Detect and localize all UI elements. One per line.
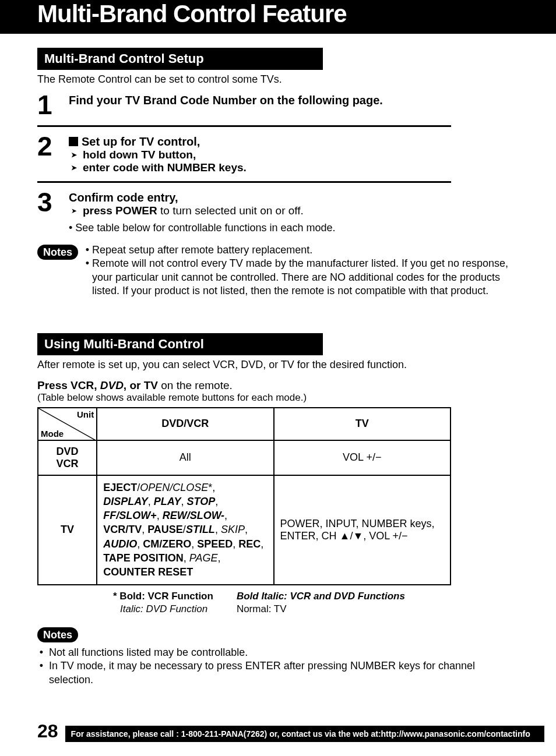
step3-line1: press POWER to turn selected unit on or … <box>83 204 519 217</box>
notes-badge: Notes <box>37 627 78 642</box>
step2-line2: enter code with NUMBER keys. <box>83 161 519 174</box>
step-1: 1 Find your TV Brand Code Number on the … <box>37 91 519 118</box>
step3-sub: press POWER to turn selected unit on or … <box>69 204 519 217</box>
step2-substeps: hold down TV button, enter code with NUM… <box>69 149 519 174</box>
legend-right: Bold Italic: VCR and DVD Functions Norma… <box>237 590 405 616</box>
square-bullet-icon <box>69 137 78 146</box>
mode-label: Mode <box>41 429 64 439</box>
page-number: 28 <box>37 720 58 742</box>
table-caption: (Table below shows available remote butt… <box>37 392 519 404</box>
step-3: 3 Confirm code entry, press POWER to tur… <box>37 189 519 234</box>
section1-header: Multi-Brand Control Setup <box>37 48 323 70</box>
divider <box>37 181 451 183</box>
legend-bold: Bold: VCR Function <box>119 591 213 602</box>
press-line: Press VCR, DVD, or TV on the remote. <box>37 379 519 392</box>
functions-table: Unit Mode DVD/VCR TV DVDVCR All VOL +/− … <box>37 407 451 585</box>
row-header-tv: TV <box>38 475 97 585</box>
footer-assistance: For assistance, please call : 1-800-211-… <box>65 726 544 742</box>
section-using: Using Multi-Brand Control After remote i… <box>37 333 519 687</box>
note-item: Not all functions listed may be controll… <box>49 646 519 659</box>
legend: * Bold: VCR Function Italic: DVD Functio… <box>37 590 519 616</box>
cell-tv-dvdvcr: EJECT/OPEN/CLOSE*,DISPLAY, PLAY, STOP,FF… <box>97 475 273 585</box>
note-item: Repeat setup after remote battery replac… <box>92 243 519 257</box>
note-item: Remote will not control every TV made by… <box>92 257 519 298</box>
step-2: 2 Set up for TV control, hold down TV bu… <box>37 133 519 174</box>
step2-line1: hold down TV button, <box>83 149 519 161</box>
step1-text: Find your TV Brand Code Number on the fo… <box>69 94 519 107</box>
page-title-bar: Multi-Brand Control Feature <box>0 0 556 34</box>
step3-line2: • See table below for controllable funct… <box>69 222 519 234</box>
step3-title: Confirm code entry, <box>69 191 519 204</box>
step-number: 2 <box>37 133 58 174</box>
col-header-tv: TV <box>274 408 451 440</box>
unit-label: Unit <box>77 409 94 419</box>
legend-left: * Bold: VCR Function Italic: DVD Functio… <box>113 590 213 616</box>
step2-title: Set up for TV control, <box>69 135 519 149</box>
section2-header: Using Multi-Brand Control <box>37 333 323 355</box>
notes-block: Notes Repeat setup after remote battery … <box>37 243 519 298</box>
footer: 28 For assistance, please call : 1-800-2… <box>37 720 544 742</box>
legend-bolditalic: Bold Italic: VCR and DVD Functions <box>237 591 405 602</box>
cell-tv-tv: POWER, INPUT, NUMBER keys, ENTER, CH ▲/▼… <box>274 475 451 585</box>
cell-dvdvcr-tv: VOL +/− <box>274 440 451 475</box>
mode-unit-cell: Unit Mode <box>38 408 97 440</box>
section1-intro: The Remote Control can be set to control… <box>37 73 519 86</box>
col-header-dvdvcr: DVD/VCR <box>97 408 273 440</box>
bottom-notes: Notes Not all functions listed may be co… <box>37 626 519 687</box>
notes-body: Repeat setup after remote battery replac… <box>86 243 519 298</box>
row-header-dvdvcr: DVDVCR <box>38 440 97 475</box>
section-setup: Multi-Brand Control Setup The Remote Con… <box>37 48 519 298</box>
step-number: 1 <box>37 91 58 118</box>
section2-intro: After remote is set up, you can select V… <box>37 359 519 371</box>
step-number: 3 <box>37 189 58 234</box>
note-item: In TV mode, it may be necessary to press… <box>49 659 519 687</box>
cell-dvdvcr-dvdvcr: All <box>97 440 273 475</box>
page-title: Multi-Brand Control Feature <box>37 0 556 28</box>
notes-badge: Notes <box>37 245 78 260</box>
legend-normal: Normal: TV <box>237 603 287 614</box>
legend-italic: Italic: DVD Function <box>120 603 207 614</box>
divider <box>37 125 451 127</box>
